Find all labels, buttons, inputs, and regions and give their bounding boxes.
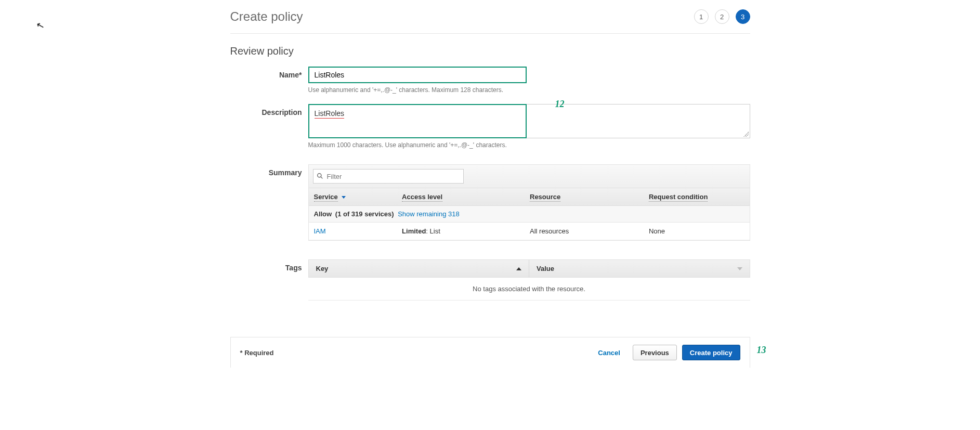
description-label: Description — [230, 104, 308, 116]
sort-caret-icon — [342, 196, 346, 199]
mouse-cursor: ↖ — [35, 19, 45, 32]
name-hint: Use alphanumeric and '+=,.@-_' character… — [308, 86, 750, 94]
name-label: Name* — [230, 67, 308, 79]
access-level-cell: Limited: List — [397, 223, 525, 240]
create-policy-button[interactable]: Create policy — [682, 345, 740, 360]
stepper: 1 2 3 — [694, 9, 750, 24]
annotation-13: 13 — [757, 345, 766, 356]
footer-bar: * Required Cancel Previous Create policy… — [230, 337, 750, 368]
service-link-iam[interactable]: IAM — [314, 227, 326, 235]
section-title: Review policy — [230, 45, 750, 57]
name-input[interactable] — [308, 67, 527, 83]
summary-filter-input[interactable] — [313, 169, 464, 184]
resource-cell: All resources — [525, 223, 644, 240]
tags-table: Key Value No tags associated with the re… — [308, 259, 750, 301]
col-resource[interactable]: Resource — [525, 188, 644, 205]
svg-point-0 — [317, 174, 321, 177]
sort-up-icon — [516, 267, 521, 270]
tags-col-value[interactable]: Value — [529, 260, 750, 277]
svg-line-1 — [321, 177, 322, 178]
page-title: Create policy — [230, 9, 303, 24]
tags-col-key[interactable]: Key — [309, 260, 529, 277]
tags-empty-message: No tags associated with the resource. — [308, 278, 750, 301]
header: Create policy 1 2 3 — [230, 9, 750, 34]
summary-data-row: IAM Limited: List All resources None — [309, 223, 750, 240]
col-request-condition[interactable]: Request condition — [644, 188, 750, 205]
tags-label: Tags — [230, 259, 308, 272]
col-service[interactable]: Service — [309, 188, 397, 205]
required-note: * Required — [240, 349, 274, 357]
annotation-12: 12 — [555, 99, 565, 110]
summary-group-row: Allow (1 of 319 services) Show remaining… — [309, 206, 750, 223]
show-remaining-link[interactable]: Show remaining 318 — [398, 210, 460, 218]
request-condition-cell: None — [644, 223, 750, 240]
step-3[interactable]: 3 — [736, 9, 750, 24]
description-hint: Maximum 1000 characters. Use alphanumeri… — [308, 141, 750, 149]
sort-neutral-icon — [737, 267, 742, 270]
step-1[interactable]: 1 — [694, 9, 709, 24]
summary-box: Service Access level Resource Request co… — [308, 164, 750, 241]
previous-button[interactable]: Previous — [633, 345, 677, 360]
step-2[interactable]: 2 — [715, 9, 729, 24]
description-input[interactable]: ListRoles — [308, 104, 527, 138]
col-access[interactable]: Access level — [397, 188, 525, 205]
cancel-button[interactable]: Cancel — [591, 345, 628, 360]
summary-label: Summary — [230, 164, 308, 177]
summary-header-row: Service Access level Resource Request co… — [309, 188, 750, 206]
search-icon — [317, 173, 323, 179]
